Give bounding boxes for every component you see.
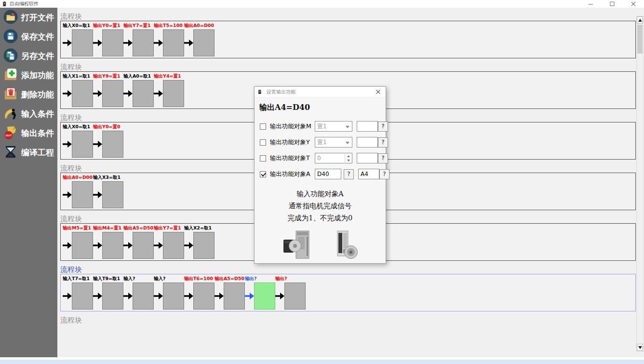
spinner-up-icon[interactable]: [345, 154, 351, 158]
flow-unit: 输出Y0=置0: [93, 130, 123, 158]
param-input[interactable]: [357, 153, 378, 163]
help-button[interactable]: ?: [344, 169, 354, 179]
flow-unit: 输出A5=D50: [215, 282, 245, 310]
flow-section-box[interactable]: 输入T7=取1输入T9=取1输入?输入?输出T6=100输出A5=D50输出?输…: [60, 274, 636, 311]
flow-block[interactable]: [193, 283, 215, 310]
block-label: 输出M5=置1: [63, 225, 91, 231]
combobox-value: 置1: [317, 138, 327, 147]
flow-unit: 输出?: [275, 282, 306, 310]
value-combobox[interactable]: 置1: [315, 137, 352, 148]
flow-block[interactable]: [163, 232, 184, 259]
flow-block[interactable]: [72, 232, 93, 259]
flow-section-box[interactable]: 输入X0=取1输出Y0=置1输出Y7=置1输出T5=100输出A0=D00: [60, 21, 636, 58]
flow-block[interactable]: [72, 29, 93, 56]
sidebar-item-2[interactable]: 保存文件: [0, 27, 57, 46]
flow-block[interactable]: [102, 283, 123, 310]
flow-block[interactable]: [102, 181, 123, 208]
block-label: 输出Y7=置1: [123, 23, 151, 29]
flow-block[interactable]: [72, 131, 93, 158]
flow-block[interactable]: [72, 80, 93, 107]
flow-block[interactable]: [72, 181, 93, 208]
checkbox[interactable]: [260, 171, 266, 177]
flow-block[interactable]: [193, 29, 215, 56]
checkbox[interactable]: [260, 123, 266, 130]
checkbox[interactable]: [260, 155, 266, 162]
value-combobox[interactable]: 置1: [315, 121, 352, 132]
dialog-row-label: 输出功能对象A: [270, 170, 315, 178]
save-as-file-icon: [3, 48, 18, 65]
dialog-close-icon[interactable]: [370, 87, 386, 97]
sidebar-item-6[interactable]: 输入条件: [0, 105, 57, 123]
flow-block[interactable]: [133, 232, 154, 259]
param-input[interactable]: A4: [358, 169, 379, 179]
flow-block[interactable]: [254, 283, 275, 310]
flow-block[interactable]: [72, 283, 93, 310]
block-label: 输出?: [245, 276, 257, 282]
sidebar-item-4[interactable]: 添加功能: [0, 66, 57, 85]
minimize-button[interactable]: [580, 0, 602, 8]
spinner-down-icon[interactable]: [345, 158, 351, 162]
flow-block[interactable]: [163, 80, 184, 107]
dialog-row: 输出功能对象M置1?: [260, 120, 381, 133]
checkbox[interactable]: [260, 139, 266, 146]
flow-arrow-icon: [154, 38, 163, 48]
info-line: 完成为1、不完成为0: [255, 212, 386, 224]
block-label: 输出A5=D50: [123, 225, 153, 231]
maximize-button[interactable]: [602, 0, 623, 8]
sidebar-item-label: 打开文件: [21, 12, 54, 23]
output-condition-icon: OUT: [3, 125, 18, 142]
flow-block[interactable]: [102, 131, 123, 158]
window-titlebar: 自由编程软件: [0, 0, 644, 8]
scroll-down-icon[interactable]: [637, 344, 643, 351]
flow-block[interactable]: [102, 80, 123, 107]
block-label: 输入X0=取1: [63, 23, 90, 29]
flow-block[interactable]: [133, 29, 154, 56]
chevron-down-icon: [346, 142, 349, 144]
input-condition-icon: [3, 106, 18, 122]
vertical-scrollbar[interactable]: [636, 16, 644, 351]
help-button[interactable]: ?: [378, 137, 388, 148]
flow-block[interactable]: [224, 283, 245, 310]
flow-unit: 输出Y4=置1: [154, 80, 184, 108]
value-input[interactable]: D40: [315, 169, 341, 179]
block-label: 输出?: [275, 276, 287, 282]
dialog-icon: [257, 87, 262, 96]
flow-unit: 输出T5=100: [154, 29, 184, 57]
param-input[interactable]: [357, 137, 378, 148]
flow-block[interactable]: [102, 232, 123, 259]
servo-motor-image: [282, 230, 317, 262]
flow-block[interactable]: [163, 283, 184, 310]
scroll-up-icon[interactable]: [637, 16, 643, 24]
param-input[interactable]: [357, 121, 378, 132]
sidebar-item-3[interactable]: 另存文件: [0, 47, 57, 66]
sidebar-item-label: 编译工程: [21, 147, 54, 158]
flow-arrow-icon: [63, 291, 72, 301]
block-label: 输出Y4=置1: [154, 73, 181, 80]
sidebar-item-1[interactable]: 打开文件: [0, 8, 57, 27]
flow-block[interactable]: [102, 29, 123, 56]
flow-arrow-icon: [93, 139, 102, 149]
help-button[interactable]: ?: [379, 169, 389, 179]
flow-arrow-icon: [154, 291, 163, 301]
close-button[interactable]: [623, 0, 644, 8]
value-spinner[interactable]: 0: [315, 153, 352, 163]
flow-block[interactable]: [133, 283, 154, 310]
flow-unit: 输出?: [245, 282, 275, 310]
dialog-row-label: 输出功能对象T: [270, 154, 315, 162]
help-button[interactable]: ?: [378, 121, 388, 132]
block-label: 输入T7=取1: [63, 276, 90, 282]
flow-arrow-icon: [63, 139, 72, 149]
flow-block[interactable]: [193, 232, 215, 259]
sidebar-item-7[interactable]: OUT输出条件: [0, 124, 57, 143]
flow-block[interactable]: [284, 283, 306, 310]
flow-unit: 输出A5=D50: [123, 231, 154, 259]
sidebar-item-8[interactable]: 编译工程: [0, 143, 57, 162]
sidebar-item-5[interactable]: 删除功能: [0, 85, 57, 104]
flow-block[interactable]: [163, 29, 184, 56]
flow-block[interactable]: [133, 80, 154, 107]
block-label: 输出M4=置1: [93, 225, 121, 231]
sidebar-item-label: 添加功能: [21, 70, 54, 81]
help-button[interactable]: ?: [378, 153, 388, 163]
svg-text:OUT: OUT: [5, 134, 12, 137]
scrollbar-thumb[interactable]: [637, 25, 643, 54]
